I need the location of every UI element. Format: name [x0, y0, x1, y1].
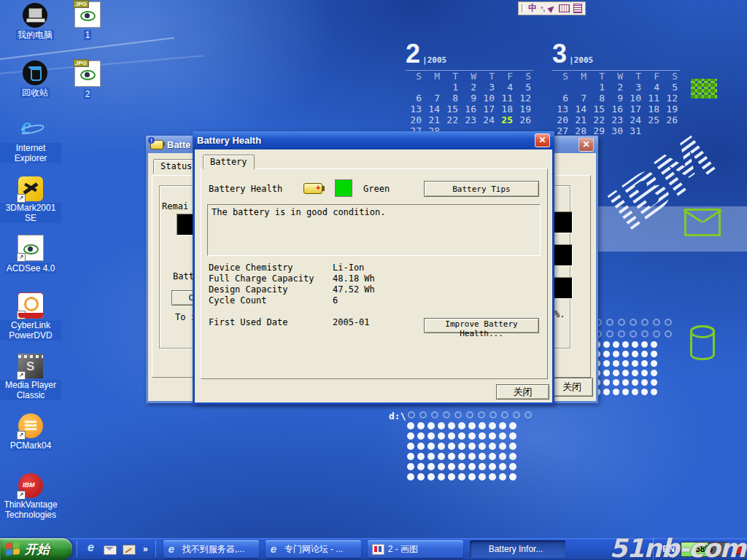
- dot: [641, 379, 648, 386]
- dot: [454, 411, 462, 419]
- info-value: Li-Ion: [333, 262, 364, 273]
- file-type-tag: JPG: [73, 0, 89, 8]
- desktop-icon-jpg-file[interactable]: JPG1: [57, 1, 118, 41]
- battery-health-dialog: Battery Health ✕ Battery Battery Health …: [193, 131, 554, 405]
- dot: [407, 443, 414, 450]
- dot: [479, 443, 486, 450]
- battery-tips-button[interactable]: Battery Tips: [424, 181, 539, 197]
- calendar-day: 19: [515, 104, 533, 114]
- bgwin-close-icon[interactable]: ✕: [578, 138, 594, 152]
- dot: [499, 463, 506, 470]
- dot: [468, 463, 476, 470]
- desktop-icon-powerdvd[interactable]: ↗CyberLink PowerDVD: [0, 292, 61, 341]
- dot: [489, 422, 496, 429]
- 3dmark-icon: ↗: [18, 176, 43, 201]
- desktop-icon-internet-explorer[interactable]: Internet Explorer: [0, 117, 61, 164]
- dot: [613, 370, 619, 376]
- dot: [427, 422, 435, 429]
- dot: [489, 411, 497, 419]
- ime-language-bar[interactable]: 中 °,: [518, 1, 586, 15]
- dot: [603, 370, 610, 376]
- calendar-day: 26: [515, 114, 533, 125]
- dot: [651, 341, 657, 348]
- dot: [499, 443, 506, 450]
- dialog-close-icon[interactable]: ✕: [535, 133, 550, 147]
- dot: [622, 360, 629, 367]
- dot: [448, 453, 455, 460]
- dialog-tab-panel: Battery Health + Green Battery Tips The …: [201, 168, 548, 379]
- ime-keyboard-icon[interactable]: [559, 4, 570, 12]
- gauge-2: [552, 244, 573, 266]
- dot: [630, 330, 637, 338]
- shortcut-arrow-icon: ↗: [17, 371, 26, 380]
- desktop-icon-acdsee[interactable]: ↗ACDSee 4.0: [0, 235, 61, 274]
- dot: [427, 432, 435, 440]
- tab-battery[interactable]: Battery: [203, 155, 255, 169]
- calendar-day: 2: [460, 82, 479, 93]
- calendar-day: 8: [589, 93, 607, 104]
- calendar-day: 27: [552, 125, 570, 136]
- calendar-day: [406, 82, 424, 93]
- desktop-icon-label: 1: [84, 30, 92, 40]
- ime-pen-icon[interactable]: [548, 4, 557, 13]
- dialog-titlebar[interactable]: Battery Health ✕: [193, 131, 554, 149]
- dot: [431, 411, 438, 419]
- battery-info-list: Device ChemistryLi-IonFull Charge Capaci…: [209, 262, 541, 306]
- calendar-day: 23: [607, 114, 625, 125]
- taskbar-task-ie[interactable]: 专门网论坛 - ...: [266, 540, 361, 558]
- desktop-icon-jpg-file[interactable]: JPG2: [57, 61, 118, 100]
- calendar-day: 1: [442, 82, 460, 93]
- quicklaunch-show-desktop-icon[interactable]: [123, 545, 136, 555]
- dot: [618, 319, 625, 326]
- desktop-icon-3dmark[interactable]: ↗3DMark2001 SE: [0, 176, 61, 224]
- calendar-day-header: S: [662, 71, 680, 82]
- calendar-day: 12: [515, 93, 533, 104]
- ime-grip-icon[interactable]: [522, 4, 525, 12]
- calendar-day: 15: [442, 104, 460, 114]
- bgwin-close-button[interactable]: 关闭: [551, 378, 593, 397]
- dot: [606, 319, 614, 326]
- paint-icon: [372, 544, 384, 555]
- calendar-day: 4: [497, 82, 515, 93]
- calendar-day-header: F: [643, 71, 662, 82]
- dot: [417, 473, 425, 481]
- desktop-icon-label: Internet Explorer: [0, 143, 61, 163]
- dot: [468, 443, 476, 450]
- dot: [438, 473, 445, 481]
- taskbar-task-paint[interactable]: 2 - 画图: [368, 540, 463, 558]
- dialog-close-button[interactable]: 关闭: [496, 384, 549, 400]
- quicklaunch-overflow-chevron[interactable]: »: [143, 544, 148, 554]
- calendar-day: 12: [662, 93, 680, 104]
- calendar-day: 1: [589, 82, 607, 93]
- ime-menu-icon[interactable]: [573, 4, 582, 13]
- battery-info-row: Cycle Count6: [209, 295, 541, 306]
- battery-info-row: Device ChemistryLi-Ion: [209, 262, 541, 273]
- dot: [417, 443, 425, 450]
- quicklaunch-ie-icon[interactable]: [86, 543, 98, 555]
- desktop-icon-pcmark[interactable]: ↗PCMark04: [0, 413, 61, 451]
- taskbar-task-battery[interactable]: Battery Infor...: [470, 540, 565, 558]
- dot: [438, 453, 445, 460]
- file-type-tag: JPG: [73, 59, 89, 67]
- dot: [479, 432, 486, 440]
- quicklaunch-mail-icon[interactable]: [104, 545, 117, 555]
- health-status-swatch: [335, 179, 352, 197]
- calendar-day-header: S: [552, 71, 570, 82]
- dot: [632, 389, 638, 395]
- desktop-icon-thinkvantage[interactable]: ↗ThinkVantage Technologies: [0, 473, 61, 521]
- start-button[interactable]: 开始: [0, 538, 72, 560]
- calendar-february: 2|2005SMTWTFS123456789101112131415161718…: [406, 41, 533, 136]
- dot: [458, 453, 465, 460]
- desktop-icon-mpc[interactable]: ↗Media Player Classic: [0, 354, 61, 401]
- dot: [641, 360, 648, 367]
- taskbar-task-ie[interactable]: 找不到服务器,...: [163, 540, 259, 558]
- calendar-year: |2005: [569, 55, 593, 65]
- task-label: Battery Infor...: [489, 544, 543, 554]
- calendar-day: 11: [497, 93, 515, 104]
- calendar-month: 3: [552, 39, 567, 69]
- improve-battery-health-button[interactable]: Improve Battery Health...: [424, 318, 539, 333]
- ime-chinese-icon[interactable]: 中: [528, 3, 537, 14]
- dot: [479, 453, 486, 460]
- dot: [468, 453, 476, 460]
- ime-punctuation-icon[interactable]: °,: [541, 5, 545, 12]
